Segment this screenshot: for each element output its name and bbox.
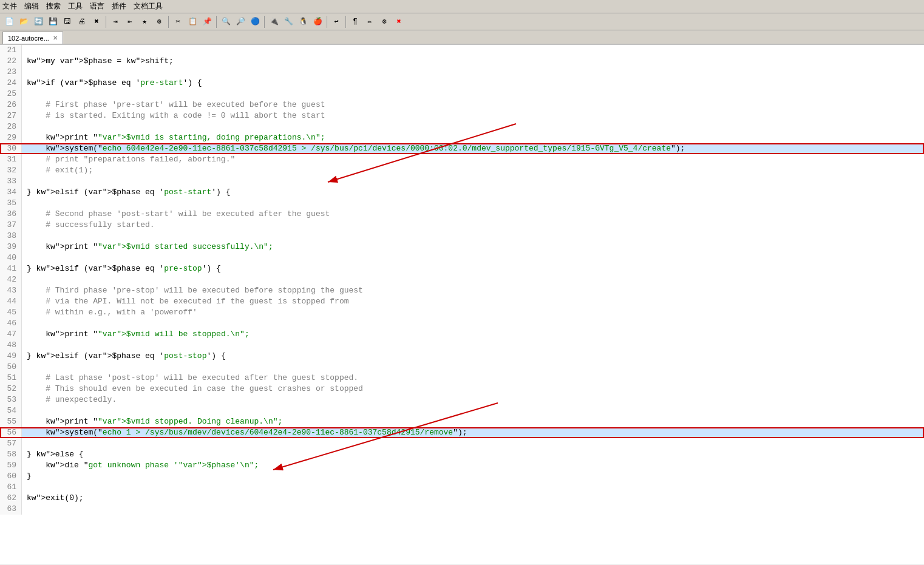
line-number: 62: [0, 493, 22, 504]
line-content: [22, 231, 924, 242]
code-line-55: 55 kw">print ""var">$vmid stopped. Doing…: [0, 416, 924, 427]
line-content: # This should even be executed in case t…: [22, 384, 924, 394]
copy-button[interactable]: 📋: [186, 15, 199, 29]
line-number: 30: [0, 143, 22, 154]
line-number: 31: [0, 154, 22, 165]
menu-edit[interactable]: 编辑: [24, 1, 39, 12]
code-line-32: 32 # exit(1);: [0, 165, 924, 176]
code-line-27: 27 # is started. Exiting with a code != …: [0, 110, 924, 121]
code-line-49: 49} kw">elsif (var">$phase eq 'post-stop…: [0, 351, 924, 362]
code-line-59: 59 kw">die "got unknown phase '"var">$ph…: [0, 460, 924, 471]
new-button[interactable]: 📄: [2, 15, 16, 29]
linux-button[interactable]: 🐧: [296, 15, 310, 29]
line-number: 54: [0, 405, 22, 416]
line-content: # First phase 'pre-start' will be execut…: [22, 100, 924, 110]
toolbar: 📄 📂 🔄 💾 🖫 🖨 ✖ ⇥ ⇤ ★ ⚙ ✂ 📋 📌 🔍 🔎 🔵 🔌 🔧 🐧 …: [0, 13, 924, 30]
bookmark-button[interactable]: ★: [138, 15, 151, 29]
undo-button[interactable]: ↩: [330, 15, 343, 29]
replace-button[interactable]: 🔵: [248, 15, 262, 29]
line-content: # is started. Exiting with a code != 0 w…: [22, 110, 924, 121]
line-number: 46: [0, 318, 22, 329]
code-line-46: 46: [0, 318, 924, 329]
line-content: kw">die "got unknown phase '"var">$phase…: [22, 460, 924, 471]
line-content: kw">print ""var">$vmid will be stopped.\…: [22, 329, 924, 340]
code-line-43: 43 # Third phase 'pre-stop' will be exec…: [0, 285, 924, 296]
line-content: [22, 198, 924, 209]
tab-autocre[interactable]: 102-autocre... ✕: [2, 32, 63, 44]
line-content: [22, 176, 924, 187]
line-content: [22, 274, 924, 285]
code-line-37: 37 # successfully started.: [0, 220, 924, 231]
code-line-26: 26 # First phase 'pre-start' will be exe…: [0, 100, 924, 110]
line-content: kw">print ""var">$vmid started successfu…: [22, 242, 924, 252]
menu-search[interactable]: 搜索: [46, 1, 61, 12]
line-content: # successfully started.: [22, 220, 924, 231]
code-line-38: 38: [0, 231, 924, 242]
line-number: 35: [0, 198, 22, 209]
line-number: 59: [0, 460, 22, 471]
line-content: # via the API. Will not be executed if t…: [22, 296, 924, 307]
line-number: 49: [0, 351, 22, 362]
settings-button[interactable]: ⚙: [378, 15, 391, 29]
show-whitespace-button[interactable]: ¶: [348, 15, 362, 29]
line-content: [22, 405, 924, 416]
code-line-41: 41} kw">elsif (var">$phase eq 'pre-stop'…: [0, 263, 924, 274]
find-button[interactable]: 🔍: [219, 15, 233, 29]
line-number: 32: [0, 165, 22, 176]
line-content: kw">print ""var">$vmid stopped. Doing cl…: [22, 416, 924, 427]
line-content: kw">system("echo 1 > /sys/bus/mdev/devic…: [22, 427, 924, 438]
plugin2-button[interactable]: 🔧: [282, 15, 295, 29]
line-number: 45: [0, 307, 22, 318]
menu-doctools[interactable]: 文档工具: [134, 1, 163, 12]
indent-button[interactable]: ⇥: [109, 15, 122, 29]
code-line-50: 50: [0, 362, 924, 373]
menu-tools[interactable]: 工具: [68, 1, 83, 12]
line-number: 38: [0, 231, 22, 242]
refresh-button[interactable]: 🔄: [32, 15, 45, 29]
tab-close-button[interactable]: ✕: [53, 35, 58, 41]
code-line-28: 28: [0, 121, 924, 132]
line-number: 42: [0, 274, 22, 285]
line-number: 61: [0, 482, 22, 493]
line-content: } kw">else {: [22, 449, 924, 460]
code-line-45: 45 # within e.g., with a 'poweroff': [0, 307, 924, 318]
menu-file[interactable]: 文件: [2, 1, 17, 12]
separator-6: [345, 16, 346, 28]
save-as-button[interactable]: 🖫: [61, 15, 74, 29]
print-button[interactable]: 🖨: [75, 15, 89, 29]
line-number: 41: [0, 263, 22, 274]
save-button[interactable]: 💾: [46, 15, 59, 29]
code-line-29: 29 kw">print ""var">$vmid is starting, d…: [0, 132, 924, 143]
close-button[interactable]: ✖: [90, 15, 103, 29]
code-line-54: 54: [0, 405, 924, 416]
line-number: 25: [0, 89, 22, 100]
draw-button[interactable]: ✏: [363, 15, 376, 29]
plugin1-button[interactable]: 🔌: [267, 15, 280, 29]
line-content: kw">my var">$phase = kw">shift;: [22, 56, 924, 67]
findnext-button[interactable]: 🔎: [234, 15, 247, 29]
editor-area[interactable]: 2122kw">my var">$phase = kw">shift;2324k…: [0, 45, 924, 564]
line-number: 27: [0, 110, 22, 121]
separator-5: [327, 16, 327, 28]
line-content: # Last phase 'post-stop' will be execute…: [22, 373, 924, 384]
line-number: 55: [0, 416, 22, 427]
menu-plugins[interactable]: 插件: [112, 1, 126, 12]
menu-language[interactable]: 语言: [90, 1, 104, 12]
paste-button[interactable]: 📌: [200, 15, 214, 29]
code-line-24: 24kw">if (var">$phase eq 'pre-start') {: [0, 78, 924, 89]
apple-button[interactable]: 🍎: [311, 15, 324, 29]
code-line-61: 61: [0, 482, 924, 493]
line-number: 22: [0, 56, 22, 67]
outdent-button[interactable]: ⇤: [123, 15, 137, 29]
line-number: 52: [0, 384, 22, 394]
cut-button[interactable]: ✂: [171, 15, 185, 29]
line-number: 26: [0, 100, 22, 110]
separator-1: [106, 16, 106, 28]
macro-button[interactable]: ⚙: [152, 15, 166, 29]
line-content: kw">if (var">$phase eq 'pre-start') {: [22, 78, 924, 89]
open-button[interactable]: 📂: [17, 15, 30, 29]
code-line-34: 34} kw">elsif (var">$phase eq 'post-star…: [0, 187, 924, 198]
code-line-62: 62kw">exit(0);: [0, 493, 924, 504]
close-x-button[interactable]: ✖: [392, 15, 406, 29]
line-content: kw">system("echo 604e42e4-2e90-11ec-8861…: [22, 143, 924, 154]
